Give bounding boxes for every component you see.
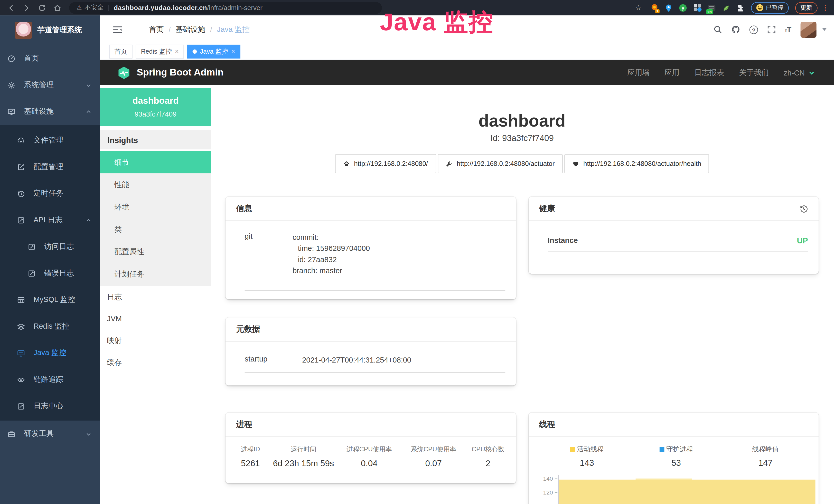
- sba-nav-journal[interactable]: 日志报表: [694, 68, 724, 77]
- app-title: 芋道管理系统: [37, 25, 82, 35]
- breadcrumb: 首页 / 基础设施 / Java 监控: [149, 25, 250, 34]
- sba-item-jvm[interactable]: JVM: [100, 308, 211, 330]
- sba-instance-header[interactable]: dashboard 93a3fc7f7409: [100, 88, 211, 126]
- row-divider: [245, 290, 505, 291]
- sba-insights-group: Insights 细节 性能 环境 类 配置属性 计划任务: [100, 130, 211, 286]
- browser-forward-icon[interactable]: [22, 3, 31, 12]
- browser-reload-icon[interactable]: [38, 3, 46, 12]
- sba-nav-about[interactable]: 关于我们: [739, 68, 769, 77]
- browser-menu-icon[interactable]: ⋮: [822, 4, 829, 12]
- user-avatar[interactable]: [800, 22, 816, 38]
- sidebar-item-dev-tools[interactable]: 研发工具: [0, 420, 100, 447]
- extension-y-icon[interactable]: y: [679, 3, 687, 12]
- history-icon[interactable]: [799, 205, 808, 213]
- sidebar-item-java-monitor[interactable]: Java 监控: [0, 340, 100, 366]
- extension-switch-icon[interactable]: on: [707, 3, 716, 12]
- extensions-puzzle-icon[interactable]: [736, 3, 745, 12]
- sba-item-environment[interactable]: 环境: [100, 196, 211, 218]
- sidebar-item-redis-monitor[interactable]: Redis 监控: [0, 313, 100, 340]
- emoji-face-icon: [756, 4, 763, 11]
- url-path: /infra/admin-server: [207, 4, 263, 12]
- tab-java-monitor[interactable]: Java 监控 ×: [187, 45, 240, 59]
- table-row: Instance UP: [528, 221, 818, 245]
- sidebar-item-mysql-monitor[interactable]: MySQL 监控: [0, 287, 100, 313]
- sidebar-item-scheduled-jobs[interactable]: 定时任务: [0, 180, 100, 207]
- sidebar-item-api-log[interactable]: API 日志: [0, 207, 100, 234]
- sba-item-metrics[interactable]: 性能: [100, 173, 211, 196]
- bookmark-star-icon[interactable]: ☆: [635, 4, 641, 12]
- avatar-caret-icon[interactable]: [822, 28, 827, 31]
- sidebar-item-error-log[interactable]: 错误日志: [0, 260, 100, 287]
- browser-back-icon[interactable]: [7, 3, 16, 12]
- chevron-down-icon: [809, 69, 815, 76]
- gauge-icon: [7, 54, 16, 62]
- close-icon[interactable]: ×: [175, 48, 179, 55]
- sidebar-item-label: 错误日志: [44, 269, 74, 278]
- extension-orange-icon[interactable]: 1: [650, 3, 659, 12]
- profile-paused-badge[interactable]: 已暂停: [751, 2, 789, 14]
- sba-brand-label: Spring Boot Admin: [137, 67, 223, 78]
- font-size-icon[interactable]: tT: [785, 25, 792, 33]
- extension-grid-icon[interactable]: [693, 3, 701, 12]
- edit-note-icon: [17, 402, 25, 410]
- close-icon[interactable]: ×: [231, 48, 235, 55]
- sidebar-collapse-icon[interactable]: [113, 25, 122, 33]
- extension-leaf-icon[interactable]: [722, 3, 730, 12]
- info-row-value: commit: time: 1596289704000 id: 27aa832 …: [292, 232, 505, 276]
- fullscreen-icon[interactable]: [767, 25, 776, 34]
- y-axis-tick: 140: [542, 476, 553, 482]
- github-icon[interactable]: [731, 25, 741, 34]
- address-bar[interactable]: ⚠ 不安全 dashboard.yudao.iocoder.cn/infra/a…: [69, 2, 382, 14]
- sba-brand[interactable]: Spring Boot Admin: [117, 66, 224, 79]
- sba-item-caches[interactable]: 缓存: [100, 351, 211, 373]
- tab-redis-monitor[interactable]: Redis 监控 ×: [136, 45, 184, 59]
- gear-icon: [7, 81, 16, 89]
- search-icon[interactable]: [713, 25, 722, 34]
- sidebar-item-tracing[interactable]: 链路追踪: [0, 366, 100, 393]
- tab-home[interactable]: 首页: [109, 45, 133, 59]
- threads-card-title: 线程: [539, 419, 555, 430]
- sba-nav-applications[interactable]: 应用: [664, 68, 679, 77]
- browser-home-icon[interactable]: [53, 3, 62, 12]
- sba-item-mappings[interactable]: 映射: [100, 330, 211, 351]
- sba-logo-icon: [117, 66, 131, 79]
- sba-item-details[interactable]: 细节: [100, 151, 211, 173]
- actuator-url-link[interactable]: http://192.168.0.2:48080/actuator: [437, 154, 563, 174]
- help-icon[interactable]: ?: [749, 25, 758, 33]
- heart-icon: [572, 160, 579, 167]
- tab-label: 首页: [114, 47, 127, 56]
- sba-item-classes[interactable]: 类: [100, 218, 211, 240]
- legend-swatch-live: [570, 447, 575, 452]
- eye-icon: [17, 375, 25, 384]
- sidebar-item-log-center[interactable]: 日志中心: [0, 393, 100, 419]
- sidebar-item-access-log[interactable]: 访问日志: [0, 233, 100, 260]
- sidebar-item-file-manage[interactable]: 文件管理: [0, 127, 100, 154]
- y-axis-tick: 100: [542, 503, 553, 504]
- layers-icon: [17, 322, 25, 330]
- app-logo[interactable]: 芋道管理系统: [0, 16, 100, 45]
- sba-section-insights: Insights: [100, 130, 211, 151]
- breadcrumb-current: Java 监控: [217, 25, 249, 34]
- sidebar-item-label: 日志中心: [34, 401, 63, 411]
- sba-locale-select[interactable]: zh-CN: [784, 68, 815, 77]
- service-url-link[interactable]: http://192.168.0.2:48080/: [335, 154, 436, 174]
- sidebar-item-home[interactable]: 首页: [0, 45, 100, 72]
- sba-item-logs[interactable]: 日志: [100, 286, 211, 308]
- annotation-java-monitor: Java 监控: [380, 9, 494, 34]
- extension-pin-icon[interactable]: [664, 3, 673, 12]
- health-url-link[interactable]: http://192.168.0.2:48080/actuator/health: [564, 154, 709, 174]
- address-divider: [108, 5, 109, 11]
- sidebar-item-label: 文件管理: [34, 136, 63, 145]
- sidebar-item-system[interactable]: 系统管理: [0, 72, 100, 98]
- legend-swatch-daemon: [659, 447, 664, 452]
- breadcrumb-infra[interactable]: 基础设施: [175, 25, 205, 34]
- sidebar-item-infra[interactable]: 基础设施: [0, 98, 100, 125]
- sidebar-item-config-manage[interactable]: 配置管理: [0, 154, 100, 180]
- sba-item-config-props[interactable]: 配置属性: [100, 240, 211, 263]
- briefcase-icon: [7, 430, 16, 438]
- breadcrumb-home[interactable]: 首页: [149, 25, 164, 34]
- sba-nav-wallboard[interactable]: 应用墙: [627, 68, 650, 77]
- actuator-url-label: http://192.168.0.2:48080/actuator: [457, 160, 554, 168]
- chrome-update-button[interactable]: 更新: [795, 2, 817, 14]
- sba-item-scheduled-tasks[interactable]: 计划任务: [100, 263, 211, 285]
